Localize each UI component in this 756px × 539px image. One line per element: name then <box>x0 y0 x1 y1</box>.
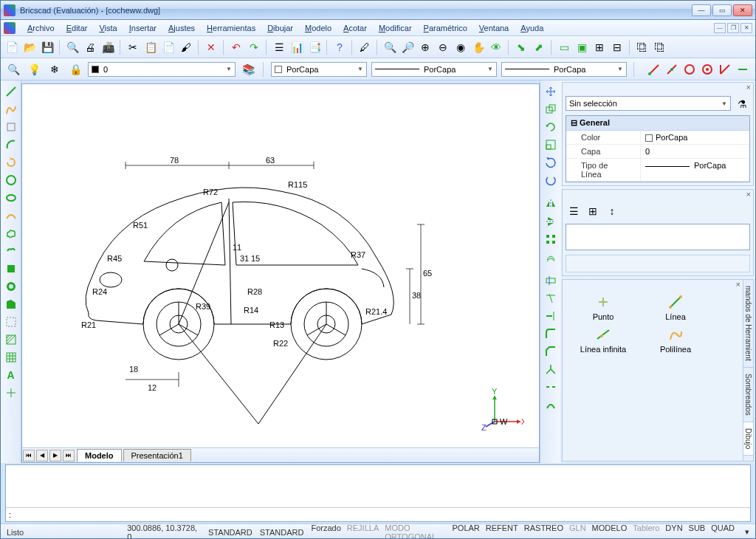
snap-mid-icon[interactable] <box>664 61 680 78</box>
linetype-combo[interactable]: PorCapa ▼ <box>371 62 497 77</box>
menu-ayuda[interactable]: Ayuda <box>515 22 549 34</box>
fillet-icon[interactable] <box>543 326 559 342</box>
layers-manager-icon[interactable]: 📚 <box>240 61 256 78</box>
plot-icon[interactable]: 📠 <box>100 39 116 55</box>
status-quad[interactable]: QUAD <box>711 523 735 540</box>
drawing-explorer-icon[interactable]: 📑 <box>306 39 323 55</box>
arc-tool-icon[interactable] <box>3 137 19 153</box>
chamfer-icon[interactable] <box>543 343 559 360</box>
layer-bulb-icon[interactable]: 💡 <box>26 61 42 78</box>
menu-modificar[interactable]: Modificar <box>373 22 418 34</box>
status-sub[interactable]: SUB <box>689 523 706 540</box>
ucs2-icon[interactable]: ⬈ <box>531 39 547 55</box>
layer-freeze-icon[interactable]: ❄ <box>47 61 63 78</box>
layout2-icon[interactable]: ▣ <box>574 39 590 55</box>
tab-prev-button[interactable]: ◀ <box>36 450 48 461</box>
layer-states-icon[interactable]: ☰ <box>566 203 582 219</box>
menu-modelo[interactable]: Modelo <box>299 22 337 34</box>
status-dyn[interactable]: DYN <box>665 523 682 540</box>
layer-text-area[interactable] <box>566 224 750 250</box>
prop-value[interactable]: PorCapa <box>640 159 749 181</box>
lineweight-combo[interactable]: PorCapa ▼ <box>501 62 627 77</box>
status-tablero[interactable]: Tablero <box>633 523 659 540</box>
trim-icon[interactable] <box>543 290 559 306</box>
zoom-out-icon[interactable]: 🔎 <box>399 39 416 55</box>
print-icon[interactable]: 🖨 <box>82 39 98 55</box>
menu-dibujar[interactable]: Dibujar <box>261 22 299 34</box>
ellipse-tool-icon[interactable] <box>3 190 19 206</box>
panel-close-icon-3[interactable]: × <box>736 280 740 290</box>
status-rejilla[interactable]: REJILLA <box>347 523 379 540</box>
rotate-tool-icon[interactable] <box>3 154 19 171</box>
rotate-icon[interactable] <box>543 119 559 135</box>
snap-tan-icon[interactable] <box>735 61 751 78</box>
cut-icon[interactable]: ✂ <box>125 39 141 55</box>
snap-end-icon[interactable] <box>646 61 662 78</box>
tool-polilínea[interactable]: Polilínea <box>642 327 709 354</box>
layer-list-icon[interactable]: ⊞ <box>585 203 601 219</box>
snap-perp-icon[interactable] <box>717 61 733 78</box>
refresh-icon[interactable] <box>543 154 559 171</box>
mdi-minimize-button[interactable]: — <box>714 23 726 33</box>
zoom-prev-icon[interactable]: ◉ <box>453 39 469 55</box>
scale-icon[interactable] <box>543 137 559 153</box>
menu-acotar[interactable]: Acotar <box>337 22 373 34</box>
sidetab-0[interactable]: mandos de Herramient <box>743 280 753 368</box>
status-std2[interactable]: STANDARD <box>260 528 304 537</box>
circle-tool-icon[interactable] <box>3 172 19 188</box>
copy-icon[interactable] <box>543 101 559 117</box>
mirror-v-icon[interactable] <box>543 213 559 230</box>
ucs-icon[interactable]: ⬊ <box>513 39 529 55</box>
zoom-in-icon[interactable]: 🔍 <box>382 39 398 55</box>
pan-icon[interactable]: ✋ <box>470 39 487 55</box>
close-button[interactable]: ✕ <box>733 4 752 16</box>
status-gln[interactable]: GLN <box>569 523 586 540</box>
join-icon[interactable] <box>543 396 559 413</box>
tool-línea[interactable]: Línea <box>642 295 709 321</box>
wipeout-tool-icon[interactable] <box>3 261 19 277</box>
print-preview-icon[interactable]: 🔍 <box>64 39 80 55</box>
tab-modelo[interactable]: Modelo <box>77 449 122 461</box>
status-modo-ortogonal[interactable]: MODO ORTOGONAL <box>385 523 446 540</box>
prop-value[interactable]: PorCapa <box>640 131 749 144</box>
minimize-button[interactable]: — <box>692 4 711 16</box>
mdi-restore-button[interactable]: ❐ <box>727 23 739 33</box>
status-polar[interactable]: POLAR <box>452 523 479 540</box>
new-icon[interactable]: 📄 <box>4 39 20 55</box>
array-icon[interactable] <box>543 231 559 247</box>
menu-insertar[interactable]: Insertar <box>123 22 162 34</box>
copy-icon[interactable]: 📋 <box>142 39 159 55</box>
spline-tool-icon[interactable] <box>3 207 19 224</box>
command-input[interactable] <box>14 510 747 519</box>
break-icon[interactable] <box>543 379 559 395</box>
redo-icon[interactable]: ↷ <box>246 39 262 55</box>
menu-archivo[interactable]: Archivo <box>21 22 61 34</box>
tile-v-icon[interactable]: ⿻ <box>652 39 668 55</box>
menu-ajustes[interactable]: Ajustes <box>162 22 201 34</box>
donut-tool-icon[interactable] <box>3 278 19 295</box>
table-tool-icon[interactable] <box>3 349 19 365</box>
box-tool-icon[interactable] <box>3 119 19 135</box>
filter-icon[interactable]: ⚗ <box>734 96 750 112</box>
layer-sort-icon[interactable]: ↕ <box>604 203 620 219</box>
zoom-window-icon[interactable]: ⊖ <box>435 39 451 55</box>
sidetab-2[interactable]: Dibujo <box>743 422 753 456</box>
snap-node-icon[interactable] <box>699 61 715 78</box>
command-log[interactable] <box>6 465 750 508</box>
tab-last-button[interactable]: ⏭ <box>63 450 75 461</box>
undo-icon[interactable]: ↶ <box>228 39 244 55</box>
layout1-icon[interactable]: ▭ <box>556 39 572 55</box>
status-modelo[interactable]: MODELO <box>592 523 628 540</box>
status-refent[interactable]: REFENT <box>486 523 518 540</box>
mdi-close-button[interactable]: ✕ <box>740 23 752 33</box>
tool-línea-infinita[interactable]: Línea infinita <box>570 327 636 354</box>
explode-icon[interactable] <box>543 361 559 377</box>
save-icon[interactable]: 💾 <box>39 39 55 55</box>
status-dropdown-icon[interactable]: ▾ <box>745 527 749 537</box>
status-std1[interactable]: STANDARD <box>208 528 252 537</box>
tile-h-icon[interactable]: ⿻ <box>634 39 650 55</box>
menu-editar[interactable]: Editar <box>61 22 94 34</box>
status-forzado[interactable]: Forzado <box>311 523 340 540</box>
prop-value[interactable]: 0 <box>640 145 749 158</box>
color-combo[interactable]: PorCapa ▼ <box>271 62 367 77</box>
